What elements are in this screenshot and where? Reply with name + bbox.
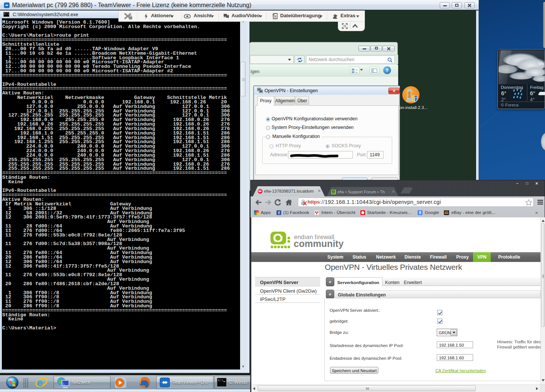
svg-text:e: e [37,377,43,389]
svg-text:community: community [294,238,343,249]
